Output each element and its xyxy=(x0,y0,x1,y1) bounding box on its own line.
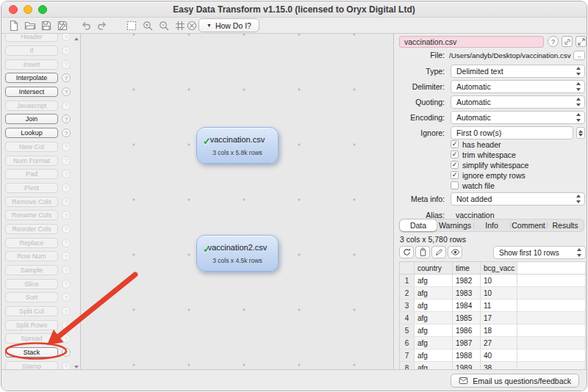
sidebar-item-new-col[interactable]: New Col xyxy=(5,142,58,152)
cancel-icon[interactable] xyxy=(185,19,198,32)
sidebar-item-pivot[interactable]: Pivot xyxy=(5,183,58,193)
tab-results[interactable]: Results xyxy=(547,219,584,231)
help-icon[interactable]: ? xyxy=(62,334,71,343)
help-icon[interactable]: ? xyxy=(62,60,71,69)
help-icon[interactable]: ? xyxy=(62,142,71,151)
data-table[interactable]: country time bcg_vacc 1afg198210 2afg198… xyxy=(399,261,586,372)
sidebar-item-remove-cols[interactable]: Remove Cols xyxy=(5,197,58,207)
grid-snap-icon[interactable] xyxy=(173,19,186,32)
sidebar-item-lookup[interactable]: Lookup xyxy=(5,128,58,138)
help-icon[interactable]: ? xyxy=(62,73,71,82)
sidebar-item-interpolate[interactable]: Interpolate xyxy=(5,73,58,83)
ignore-empty-rows-checkbox[interactable]: ✓ignore empty rows xyxy=(451,170,526,180)
table-row[interactable]: 3afg198411 xyxy=(400,300,585,312)
help-icon[interactable]: ? xyxy=(62,348,71,357)
has-header-checkbox[interactable]: ✓has header xyxy=(451,139,501,149)
help-icon[interactable]: ? xyxy=(62,321,71,330)
sidebar-item-split-rows[interactable]: Split Rows xyxy=(5,320,58,330)
browse-button[interactable]: .. xyxy=(573,51,585,60)
help-icon[interactable]: ? xyxy=(62,293,71,302)
help-icon[interactable]: ? xyxy=(62,184,71,192)
save-as-icon[interactable] xyxy=(56,19,68,32)
delimiter-select[interactable]: Automatic xyxy=(451,80,585,93)
table-row[interactable]: 4afg198517 xyxy=(400,312,585,324)
help-icon[interactable]: ? xyxy=(62,239,71,247)
quoting-select[interactable]: Automatic xyxy=(451,95,585,109)
trim-whitespace-checkbox[interactable]: ✓trim whitespace xyxy=(451,150,516,159)
new-file-icon[interactable] xyxy=(7,19,20,32)
sidebar-item-javascript[interactable]: Javascript xyxy=(5,101,58,111)
sidebar-item-intersect[interactable]: Intersect xyxy=(5,87,58,97)
col-header-bcg-vacc[interactable]: bcg_vacc xyxy=(481,262,517,274)
undo-icon[interactable] xyxy=(79,19,92,32)
col-header-time[interactable]: time xyxy=(453,262,481,274)
zoom-window-button[interactable] xyxy=(38,5,47,14)
sidebar-item-slice[interactable]: Slice xyxy=(5,279,58,289)
simplify-whitespace-checkbox[interactable]: ✓simplify whitespace xyxy=(451,160,528,170)
edit-button[interactable] xyxy=(431,246,446,258)
copy-button[interactable] xyxy=(415,246,430,258)
help-icon[interactable]: ? xyxy=(62,197,71,206)
redo-icon[interactable] xyxy=(96,19,108,32)
help-icon[interactable]: ? xyxy=(62,225,71,233)
sidebar-item-pad[interactable]: Pad xyxy=(5,169,58,179)
table-row[interactable]: 1afg198210 xyxy=(400,275,585,287)
node-vaccination-csv[interactable]: ✓ vaccination.csv 3 cols x 5.8k rows xyxy=(196,127,279,164)
help-icon[interactable]: ? xyxy=(548,36,559,47)
expand-icon[interactable] xyxy=(576,36,587,47)
zoom-in-icon[interactable] xyxy=(141,19,154,32)
sidebar-item-header[interactable]: Header xyxy=(5,34,58,42)
sidebar-item-join[interactable]: Join xyxy=(5,114,58,124)
help-icon[interactable]: ? xyxy=(62,211,71,219)
sidebar-item-sort[interactable]: Sort xyxy=(5,292,58,302)
close-window-button[interactable] xyxy=(9,5,18,14)
tab-comment[interactable]: Comment xyxy=(510,219,547,231)
sidebar-item-insert[interactable]: Insert xyxy=(5,59,58,70)
help-icon[interactable]: ? xyxy=(62,101,71,110)
sidebar-item-sample[interactable]: Sample xyxy=(5,265,58,275)
refresh-button[interactable] xyxy=(399,246,414,258)
node-vaccination2-csv[interactable]: ✓ vaccination2.csv 3 cols x 4.5k rows xyxy=(196,235,279,272)
table-row[interactable]: 7afg198840 xyxy=(400,349,585,362)
how-do-i-button[interactable]: ▼ How Do I? xyxy=(198,18,259,32)
meta-info-select[interactable]: Not added xyxy=(451,192,585,206)
table-row[interactable]: 6afg198727 xyxy=(400,337,585,349)
tab-info[interactable]: Info xyxy=(473,219,510,231)
sidebar-scrollbar[interactable] xyxy=(72,34,81,372)
save-icon[interactable] xyxy=(40,19,52,32)
table-row[interactable]: 5afg198618 xyxy=(400,324,585,337)
col-header-country[interactable]: country xyxy=(415,262,453,274)
table-row[interactable]: 2afg198310 xyxy=(400,287,585,300)
email-feedback-button[interactable]: Email us questions/feedback xyxy=(451,374,579,388)
node-name-input[interactable]: vaccination.csv xyxy=(399,36,544,48)
sidebar-item-rename-cols[interactable]: Rename Cols xyxy=(5,210,58,220)
help-icon[interactable]: ? xyxy=(62,170,71,178)
sidebar-item-replace[interactable]: Replace xyxy=(5,238,58,248)
preview-eye-button[interactable] xyxy=(448,246,462,258)
type-select[interactable]: Delimited text xyxy=(451,65,585,78)
ignore-rows-field[interactable]: First 0 row(s) xyxy=(451,126,573,139)
sidebar-item-reorder-cols[interactable]: Reorder Cols xyxy=(5,224,58,234)
sidebar-item-stack[interactable]: Stack xyxy=(5,347,58,357)
canvas[interactable]: ✓ vaccination.csv 3 cols x 5.8k rows ✓ v… xyxy=(81,34,393,372)
help-icon[interactable]: ? xyxy=(62,156,71,165)
help-icon[interactable]: ? xyxy=(62,115,71,123)
stepper-icon[interactable] xyxy=(576,127,585,139)
help-icon[interactable]: ? xyxy=(62,266,71,275)
encoding-select[interactable]: Automatic xyxy=(451,111,585,124)
minimize-window-button[interactable] xyxy=(24,5,32,14)
sidebar-item-row-num[interactable]: Row Num xyxy=(5,251,58,261)
help-icon[interactable]: ? xyxy=(62,307,71,316)
help-icon[interactable]: ? xyxy=(62,46,71,55)
help-icon[interactable]: ? xyxy=(62,252,71,261)
help-icon[interactable]: ? xyxy=(62,128,71,137)
help-icon[interactable]: ? xyxy=(62,87,71,96)
link-icon[interactable] xyxy=(562,36,573,47)
zoom-out-icon[interactable] xyxy=(157,19,170,32)
watch-file-checkbox[interactable]: watch file xyxy=(451,181,495,190)
sidebar-item-if[interactable]: If xyxy=(5,46,58,56)
help-icon[interactable]: ? xyxy=(62,280,71,288)
sidebar-item-split-col[interactable]: Split Col xyxy=(5,306,58,316)
sidebar-item-num-format[interactable]: Num Format xyxy=(5,156,58,166)
tab-data[interactable]: Data xyxy=(400,219,437,231)
